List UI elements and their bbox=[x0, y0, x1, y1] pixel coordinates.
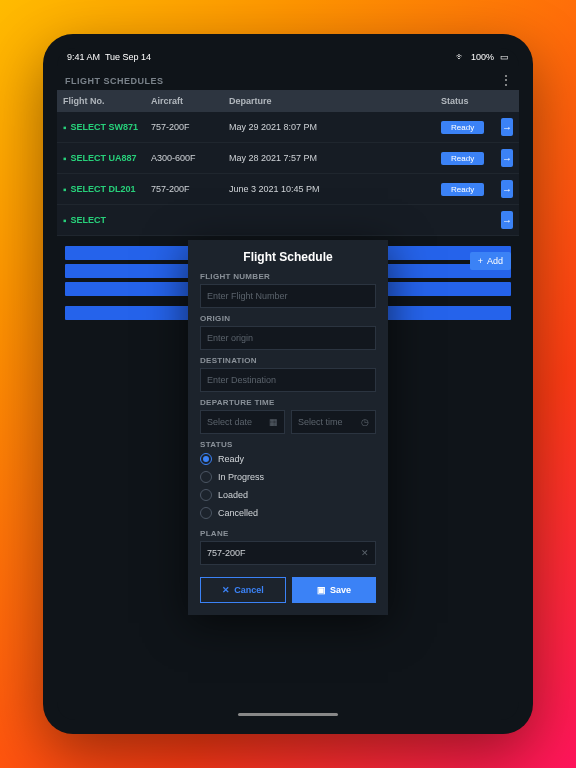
modal-title: Flight Schedule bbox=[200, 250, 376, 264]
plane-label: PLANE bbox=[200, 529, 376, 538]
schedule-table: Flight No. Aircraft Departure Status ▪SE… bbox=[57, 90, 519, 236]
table-row[interactable]: ▪SELECT UA887 A300-600F May 28 2021 7:57… bbox=[57, 143, 519, 174]
flight-schedule-modal: Flight Schedule FLIGHT NUMBER ORIGIN DES… bbox=[188, 240, 388, 615]
radio-loaded[interactable]: Loaded bbox=[200, 489, 376, 501]
cancel-label: Cancel bbox=[234, 585, 264, 595]
status-radio-group: Ready In Progress Loaded Cancelled bbox=[200, 453, 376, 519]
cell-departure: May 29 2021 8:07 PM bbox=[223, 116, 435, 138]
clear-icon[interactable]: ✕ bbox=[361, 548, 369, 558]
radio-label: Cancelled bbox=[218, 508, 258, 518]
radio-label: Loaded bbox=[218, 490, 248, 500]
time-placeholder: Select time bbox=[298, 417, 343, 427]
status-date: Tue Sep 14 bbox=[105, 52, 151, 62]
select-link[interactable]: SELECT UA887 bbox=[71, 153, 137, 163]
home-indicator[interactable] bbox=[238, 713, 338, 716]
add-label: Add bbox=[487, 256, 503, 266]
row-arrow-button[interactable]: → bbox=[501, 149, 513, 167]
table-row[interactable]: ▪SELECT SW871 757-200F May 29 2021 8:07 … bbox=[57, 112, 519, 143]
departure-time-label: DEPARTURE TIME bbox=[200, 398, 376, 407]
table-header: Flight No. Aircraft Departure Status bbox=[57, 90, 519, 112]
select-link[interactable]: SELECT DL201 bbox=[71, 184, 136, 194]
select-link[interactable]: SELECT bbox=[71, 215, 107, 225]
chat-icon: ▪ bbox=[63, 153, 67, 164]
radio-label: Ready bbox=[218, 454, 244, 464]
radio-ready[interactable]: Ready bbox=[200, 453, 376, 465]
status-badge: Ready bbox=[441, 121, 484, 134]
tablet-frame: 9:41 AM Tue Sep 14 ᯤ 100% ▭ ⋮ FLIGHT SCH… bbox=[43, 34, 533, 734]
wifi-icon: ᯤ bbox=[456, 52, 465, 62]
status-time: 9:41 AM bbox=[67, 52, 100, 62]
battery-text: 100% bbox=[471, 52, 494, 62]
col-departure: Departure bbox=[223, 90, 435, 112]
save-icon: ▣ bbox=[317, 585, 326, 595]
destination-label: DESTINATION bbox=[200, 356, 376, 365]
more-button[interactable]: ⋮ bbox=[499, 72, 513, 88]
flight-number-label: FLIGHT NUMBER bbox=[200, 272, 376, 281]
battery-icon: ▭ bbox=[500, 52, 509, 62]
plane-value: 757-200F bbox=[207, 548, 246, 558]
origin-input[interactable] bbox=[200, 326, 376, 350]
status-badge: Ready bbox=[441, 183, 484, 196]
row-arrow-button[interactable]: → bbox=[501, 211, 513, 229]
plus-icon: + bbox=[478, 256, 483, 266]
col-status: Status bbox=[435, 90, 495, 112]
table-row[interactable]: ▪SELECT DL201 757-200F June 3 2021 10:45… bbox=[57, 174, 519, 205]
select-link[interactable]: SELECT SW871 bbox=[71, 122, 139, 132]
time-picker[interactable]: Select time ◷ bbox=[291, 410, 376, 434]
clock-icon: ◷ bbox=[361, 417, 369, 427]
col-aircraft: Aircraft bbox=[145, 90, 223, 112]
status-label: STATUS bbox=[200, 440, 376, 449]
destination-input[interactable] bbox=[200, 368, 376, 392]
chat-icon: ▪ bbox=[63, 215, 67, 226]
status-badge: Ready bbox=[441, 152, 484, 165]
plane-select[interactable]: 757-200F ✕ bbox=[200, 541, 376, 565]
section-title: FLIGHT SCHEDULES bbox=[57, 66, 519, 90]
col-flight-no: Flight No. bbox=[57, 90, 145, 112]
screen: 9:41 AM Tue Sep 14 ᯤ 100% ▭ ⋮ FLIGHT SCH… bbox=[57, 48, 519, 720]
row-arrow-button[interactable]: → bbox=[501, 180, 513, 198]
chat-icon: ▪ bbox=[63, 122, 67, 133]
cell-aircraft: A300-600F bbox=[145, 147, 223, 169]
origin-label: ORIGIN bbox=[200, 314, 376, 323]
date-placeholder: Select date bbox=[207, 417, 252, 427]
cell-departure: May 28 2021 7:57 PM bbox=[223, 147, 435, 169]
cell-aircraft: 757-200F bbox=[145, 116, 223, 138]
flight-number-input[interactable] bbox=[200, 284, 376, 308]
add-button[interactable]: + Add bbox=[470, 252, 511, 270]
cell-aircraft: 757-200F bbox=[145, 178, 223, 200]
table-row[interactable]: ▪SELECT → bbox=[57, 205, 519, 236]
calendar-icon: ▦ bbox=[269, 417, 278, 427]
save-label: Save bbox=[330, 585, 351, 595]
radio-in-progress[interactable]: In Progress bbox=[200, 471, 376, 483]
row-arrow-button[interactable]: → bbox=[501, 118, 513, 136]
cell-aircraft bbox=[145, 214, 223, 226]
close-icon: ✕ bbox=[222, 585, 230, 595]
save-button[interactable]: ▣ Save bbox=[292, 577, 376, 603]
status-bar: 9:41 AM Tue Sep 14 ᯤ 100% ▭ bbox=[57, 48, 519, 66]
date-picker[interactable]: Select date ▦ bbox=[200, 410, 285, 434]
radio-label: In Progress bbox=[218, 472, 264, 482]
cancel-button[interactable]: ✕ Cancel bbox=[200, 577, 286, 603]
cell-departure: June 3 2021 10:45 PM bbox=[223, 178, 435, 200]
cell-departure bbox=[223, 214, 435, 226]
radio-cancelled[interactable]: Cancelled bbox=[200, 507, 376, 519]
chat-icon: ▪ bbox=[63, 184, 67, 195]
